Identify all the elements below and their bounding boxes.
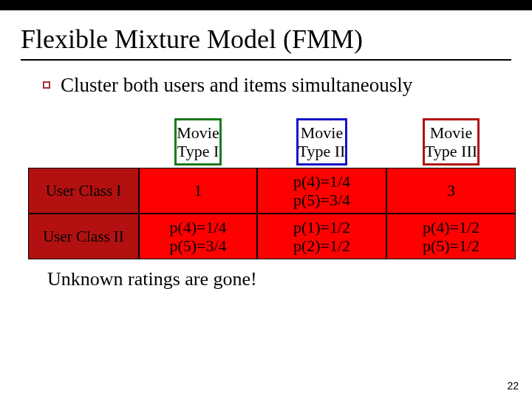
cell-0-2: 3 — [386, 168, 516, 214]
col-header-1: Movie Type I — [139, 116, 257, 168]
col-header-2-box: Movie Type II — [296, 118, 348, 166]
header-empty — [28, 116, 139, 168]
cell-1-1: p(1)=1/2 p(2)=1/2 — [257, 214, 386, 259]
slide-title: Flexible Mixture Model (FMM) — [21, 24, 511, 55]
subtitle-text: Cluster both users and items simultaneou… — [61, 74, 412, 97]
cell-0-0: 1 — [139, 168, 257, 214]
subtitle-row: Cluster both users and items simultaneou… — [43, 74, 511, 97]
col-header-3: Movie Type III — [386, 116, 516, 168]
col-header-1-box: Movie Type I — [174, 118, 221, 166]
row-label-0: User Class I — [28, 168, 139, 214]
bullet-icon — [43, 81, 50, 89]
slide-body: Flexible Mixture Model (FMM) Cluster bot… — [0, 10, 532, 290]
matrix: Movie Type I Movie Type II Movie Type II… — [28, 116, 516, 259]
row-label-1: User Class II — [28, 214, 139, 259]
cell-1-0: p(4)=1/4 p(5)=3/4 — [139, 214, 257, 259]
cell-1-2: p(4)=1/2 p(5)=1/2 — [386, 214, 516, 259]
title-rule — [21, 59, 511, 61]
page-number: 22 — [507, 380, 519, 392]
top-accent-bar — [0, 0, 532, 10]
cell-0-1: p(4)=1/4 p(5)=3/4 — [257, 168, 386, 214]
footnote: Unknown ratings are gone! — [47, 268, 511, 290]
col-header-2: Movie Type II — [257, 116, 386, 168]
col-header-3-box: Movie Type III — [423, 118, 480, 166]
